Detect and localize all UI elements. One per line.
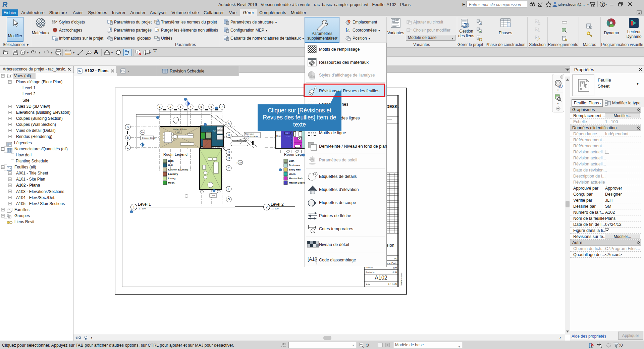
svg-text:B: B — [228, 133, 230, 137]
svg-text:ssue Date: ssue Date — [385, 262, 397, 265]
svg-text:Bedroom: Bedroom — [289, 164, 300, 167]
svg-text:2D: 2D — [558, 85, 563, 88]
svg-text:1 : 100: 1 : 100 — [139, 207, 146, 210]
svg-text:C: C — [127, 146, 129, 149]
svg-text:Level 1: Level 1 — [138, 202, 151, 207]
svg-text:A106: A106 — [141, 132, 145, 134]
svg-text:Bath: Bath — [289, 159, 294, 162]
svg-text:2: 2 — [266, 205, 268, 209]
svg-text:748979-3-- 8848: 748979-3-- 8848 — [400, 272, 402, 286]
svg-text:202: 202 — [285, 132, 288, 134]
svg-text:5: 5 — [200, 105, 202, 108]
svg-text:?: ? — [601, 2, 604, 6]
svg-text:A: A — [536, 20, 538, 23]
svg-text:E: E — [228, 166, 230, 170]
svg-text:A102: A102 — [375, 275, 387, 281]
svg-text:Outdoor Dining: Outdoor Dining — [142, 137, 155, 139]
svg-text:Scale: Scale — [366, 283, 370, 285]
svg-text:1: 1 — [236, 162, 237, 164]
svg-text:Rain water: Rain water — [245, 133, 254, 135]
svg-text:Deck: Deck — [276, 135, 281, 137]
svg-text:00: 00 — [394, 257, 397, 260]
svg-text:Checked by: Checked by — [366, 271, 375, 273]
svg-text:1 : 100: 1 : 100 — [388, 282, 397, 286]
svg-text:A: A — [536, 29, 538, 31]
svg-text:DESK.: DESK. — [386, 104, 399, 109]
svg-text:Hall: Hall — [168, 164, 173, 167]
svg-text:Hall: Hall — [213, 130, 216, 132]
svg-text:Deck: Deck — [211, 195, 216, 197]
svg-text:Kitchen & Dining: Kitchen & Dining — [173, 128, 187, 130]
svg-text:3: 3 — [179, 105, 181, 108]
svg-text:Master Bath: Master Bath — [294, 142, 303, 144]
svg-text:sion: sion — [386, 243, 394, 248]
svg-text:collection tanks: collection tanks — [245, 135, 258, 137]
svg-text:Linen: Linen — [289, 172, 296, 176]
svg-text:Mech.: Mech. — [168, 181, 175, 184]
svg-text:Kitchen & Dining: Kitchen & Dining — [168, 168, 189, 171]
svg-text:B: B — [127, 136, 129, 139]
svg-text:JLH: JLH — [392, 271, 397, 274]
svg-text:Entry Hall: Entry Hall — [289, 168, 301, 171]
svg-text:2: 2 — [169, 105, 171, 108]
svg-text:Room Legend: Room Legend — [163, 152, 188, 156]
svg-text:1: 1 — [133, 205, 135, 209]
svg-text:1 : 100: 1 : 100 — [271, 207, 279, 210]
svg-text:1: 1 — [159, 105, 160, 108]
svg-text:27 m²: 27 m² — [286, 136, 290, 138]
svg-text:D: D — [228, 156, 230, 160]
svg-text:G: G — [227, 198, 230, 201]
svg-text:6: 6 — [210, 105, 212, 108]
svg-text:7: 7 — [221, 105, 223, 108]
svg-text:A: A — [127, 125, 129, 129]
svg-text:A: A — [228, 122, 230, 125]
svg-text:F: F — [228, 187, 230, 191]
svg-text:Laundry: Laundry — [168, 172, 178, 176]
svg-text:A105: A105 — [238, 162, 243, 164]
svg-text:Bath: Bath — [168, 159, 174, 162]
svg-text:4: 4 — [190, 105, 191, 108]
svg-text:Living: Living — [168, 177, 176, 180]
svg-text:1: 1 — [89, 51, 91, 54]
svg-text:Master Bath: Master Bath — [289, 177, 303, 180]
svg-text:SM: SM — [393, 266, 397, 269]
svg-text:C: C — [228, 150, 230, 154]
svg-text:107: 107 — [177, 131, 180, 133]
svg-text:Level 2: Level 2 — [271, 202, 284, 207]
